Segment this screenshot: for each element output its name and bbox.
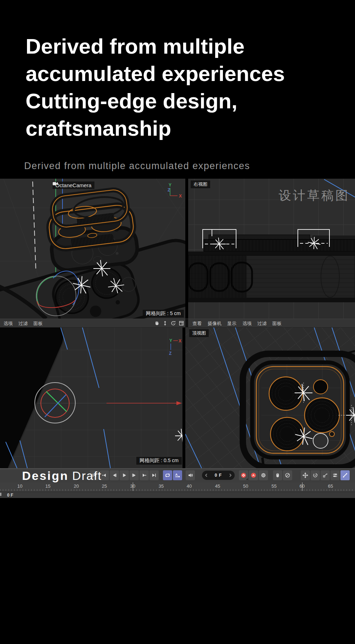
ruler-tick: 65 — [328, 483, 333, 489]
goto-start-button[interactable] — [90, 470, 99, 480]
range-start-handle[interactable] — [0, 493, 1, 496]
preview-range-marker[interactable] — [302, 482, 302, 491]
ruler-tick: 25 — [102, 483, 107, 489]
key-rotation-button[interactable] — [311, 470, 320, 480]
grid-spacing-label: 网格间距 : 5 cm — [143, 310, 184, 318]
camera-bump-wireframe — [252, 362, 348, 458]
rotate-icon — [312, 472, 318, 478]
menu-filter[interactable]: 过滤 — [18, 320, 28, 327]
skip-start-icon — [92, 472, 97, 478]
camera-lens — [269, 377, 302, 410]
toggle-view-icon[interactable] — [179, 320, 184, 326]
page-subtitle: Derived from multiple accumulated experi… — [24, 161, 250, 172]
preview-range-marker[interactable] — [133, 482, 133, 491]
viewport-right-view[interactable]: 右视图 设计草稿图 — [188, 179, 355, 319]
camera-lens — [305, 398, 339, 433]
dolly-zoom-icon[interactable] — [162, 320, 168, 326]
chevron-right-icon[interactable] — [229, 473, 232, 477]
pan-hand-icon[interactable] — [154, 320, 160, 326]
frame-value[interactable]: 0 F — [215, 473, 222, 478]
focus-target[interactable] — [35, 383, 75, 423]
sparkle-icon — [175, 429, 182, 442]
svg-text:A: A — [252, 473, 255, 477]
menu-panel[interactable]: 面板 — [33, 320, 43, 327]
next-frame-button[interactable] — [130, 470, 139, 480]
autokey-button[interactable]: A — [249, 470, 258, 480]
record-keyframe-button[interactable] — [239, 470, 248, 480]
skip-end-icon — [151, 472, 157, 478]
key-scale-button[interactable] — [321, 470, 330, 480]
move-icon — [302, 472, 308, 478]
gear-icon — [261, 472, 266, 478]
title-line: craftsmanship — [26, 115, 338, 142]
sound-button[interactable] — [186, 470, 195, 480]
spline-snap-icon — [342, 472, 348, 478]
perspective-wireframe: Y Z X — [0, 179, 185, 319]
mouse-icon — [275, 472, 280, 478]
svg-text:X: X — [179, 194, 182, 199]
page: Derived from multiple accumulated experi… — [0, 0, 355, 644]
mic-circle — [329, 432, 334, 437]
viewport-top-view[interactable]: 顶视图 — [185, 328, 355, 468]
timeline-range-bar[interactable]: 0 F — [0, 492, 355, 498]
toggles-icon — [332, 472, 338, 478]
key-position-button[interactable] — [301, 470, 310, 480]
title-line: Cutting-edge design, — [26, 87, 338, 115]
autokey-range-button[interactable]: A — [173, 470, 182, 480]
loop-icon — [165, 472, 170, 478]
menu-options[interactable]: 选项 — [242, 320, 252, 327]
keyframe-selection-button[interactable] — [283, 470, 292, 480]
menu-display[interactable]: 显示 — [227, 320, 236, 327]
white-dashed-guide — [33, 182, 36, 270]
prev-key-icon — [102, 472, 107, 478]
key-pla-button[interactable] — [340, 470, 350, 480]
next-key-icon — [141, 472, 147, 478]
keyframe-settings-button[interactable] — [259, 470, 268, 480]
ruler-tick: 55 — [272, 483, 277, 489]
record-key-icon — [241, 472, 246, 478]
svg-text:Z: Z — [169, 351, 171, 356]
next-key-button[interactable] — [140, 470, 149, 480]
viewport-floor-view[interactable]: Y X Z 网格间距 : 0.5 cm — [0, 328, 182, 468]
viewport-nav-icons — [154, 320, 184, 326]
previous-frame-button[interactable] — [110, 470, 119, 480]
autokey-icon: A — [251, 472, 256, 478]
rotate-view-icon[interactable] — [170, 320, 176, 326]
phone-silhouette — [0, 328, 70, 468]
camera-icon — [53, 182, 58, 186]
svg-text:Y: Y — [169, 183, 171, 188]
loop-playback-button[interactable] — [163, 470, 172, 480]
scale-icon — [322, 472, 328, 478]
chevron-left-icon[interactable] — [205, 473, 208, 477]
menu-cameras[interactable]: 摄像机 — [208, 320, 222, 327]
menu-options[interactable]: 选项 — [4, 320, 13, 327]
x-axis-arrow — [106, 401, 182, 405]
ruler-tick: 20 — [74, 483, 79, 489]
camera-label[interactable]: OctaneCamera — [53, 182, 94, 189]
menu-view[interactable]: 查看 — [192, 320, 202, 327]
camera-lens — [271, 417, 304, 451]
previous-key-button[interactable] — [100, 470, 109, 480]
ruler-tick: 35 — [159, 483, 164, 489]
goto-end-button[interactable] — [149, 470, 159, 480]
title-line: Derived from multiple — [26, 33, 338, 60]
lidar-circle — [313, 433, 328, 448]
svg-text:X: X — [179, 339, 181, 343]
menubar-divider — [185, 319, 188, 327]
axis-gizmo: Y Z X — [168, 183, 182, 199]
current-frame-field[interactable]: 0 F — [202, 471, 235, 480]
page-title: Derived from multiple accumulated experi… — [26, 33, 338, 142]
ruler-tick: 50 — [243, 483, 248, 489]
viewport-name-label[interactable]: 右视图 — [191, 180, 210, 188]
menu-panel[interactable]: 面板 — [272, 320, 282, 327]
next-frame-icon — [131, 472, 137, 478]
viewport-name-label[interactable]: 顶视图 — [189, 329, 209, 337]
menu-filter[interactable]: 过滤 — [257, 320, 267, 327]
play-button[interactable] — [120, 470, 129, 480]
axis-gizmo: Y X Z — [169, 338, 181, 356]
timeline-ruler[interactable]: 10 15 20 25 30 35 40 45 50 55 60 65 — [0, 482, 355, 492]
record-mouse-button[interactable] — [273, 470, 282, 480]
key-parameter-button[interactable] — [331, 470, 340, 480]
viewport-perspective[interactable]: Y Z X OctaneCamera 网格间距 : 5 cm — [0, 179, 185, 319]
floor-view-wireframe: Y X Z — [0, 328, 182, 468]
